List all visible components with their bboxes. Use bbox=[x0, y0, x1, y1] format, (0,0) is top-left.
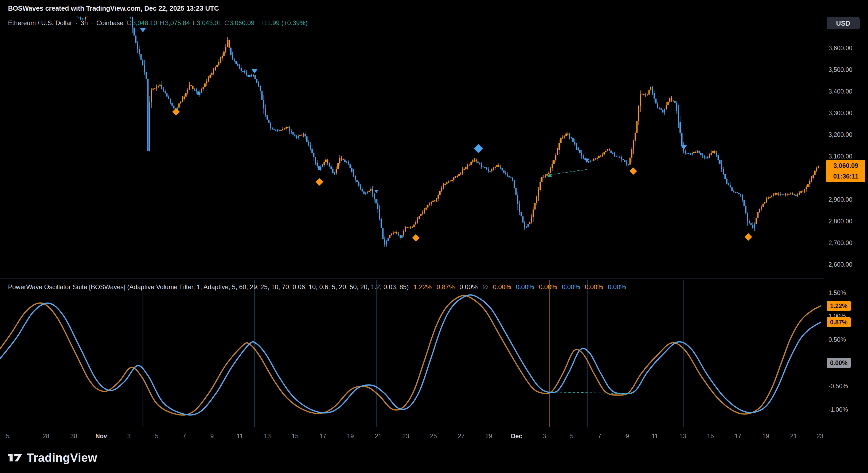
time-label: 5 bbox=[155, 433, 159, 440]
current-price-label: 3,060.09 01:36:11 bbox=[826, 160, 865, 182]
indicator-value: 0.00% bbox=[539, 283, 557, 291]
price-tick: 2,800.00 bbox=[829, 217, 852, 225]
time-label-month: Nov bbox=[95, 433, 107, 440]
time-label: 5 bbox=[570, 433, 574, 440]
time-label: 3 bbox=[127, 433, 131, 440]
price-tick: 3,400.00 bbox=[829, 88, 852, 95]
oscillator-value-badge: 0.00% bbox=[827, 358, 850, 368]
indicator-value: 0.87% bbox=[436, 283, 455, 291]
time-label: 7 bbox=[183, 433, 186, 440]
currency-toggle-button[interactable]: USD bbox=[827, 17, 860, 29]
tradingview-logo-text[interactable]: TradingView bbox=[27, 451, 97, 465]
price-tick: 3,600.00 bbox=[829, 45, 852, 52]
time-label: 28 bbox=[42, 433, 50, 440]
price-tick: 3,300.00 bbox=[829, 109, 852, 117]
oscillator-tick: -1.00% bbox=[829, 406, 848, 413]
time-label: 5 bbox=[6, 433, 10, 440]
attribution-text: BOSWaves created with TradingView.com, D… bbox=[8, 4, 219, 12]
price-chart[interactable] bbox=[0, 17, 824, 278]
indicator-value: ∅ bbox=[483, 283, 488, 291]
time-label: 21 bbox=[375, 433, 382, 440]
pane-separator bbox=[0, 278, 824, 279]
time-label: 27 bbox=[458, 433, 465, 440]
time-label: 19 bbox=[762, 433, 769, 440]
time-label: 17 bbox=[319, 433, 327, 440]
time-label: 7 bbox=[598, 433, 601, 440]
time-label: 9 bbox=[626, 433, 629, 440]
time-label: 9 bbox=[211, 433, 214, 440]
time-label: 3 bbox=[543, 433, 546, 440]
indicator-value: 0.00% bbox=[493, 283, 511, 291]
time-label: 30 bbox=[70, 433, 77, 440]
oscillator-value-badge: 0.87% bbox=[827, 317, 850, 327]
indicator-value: 0.00% bbox=[562, 283, 580, 291]
indicator-value: 1.22% bbox=[413, 283, 432, 291]
indicator-value: 0.00% bbox=[516, 283, 534, 291]
time-label: 11 bbox=[652, 433, 658, 440]
time-label: 17 bbox=[735, 433, 741, 440]
indicator-legend[interactable]: PowerWave Oscillator Suite [BOSWaves] (A… bbox=[8, 283, 626, 291]
price-axis[interactable]: 3,600.003,500.003,400.003,300.003,200.00… bbox=[824, 17, 868, 278]
oscillator-value-badge: 1.22% bbox=[827, 301, 850, 311]
indicator-value: 0.00% bbox=[460, 283, 478, 291]
indicator-values: 1.22%0.87%0.00%∅0.00%0.00%0.00%0.00%0.00… bbox=[413, 283, 626, 291]
oscillator-tick: -0.50% bbox=[829, 382, 848, 390]
bar-countdown: 01:36:11 bbox=[826, 171, 865, 182]
oscillator-tick: 1.50% bbox=[829, 289, 846, 297]
time-label: 23 bbox=[402, 433, 409, 440]
oscillator-tick: 0.50% bbox=[829, 336, 846, 344]
time-label: 23 bbox=[816, 433, 824, 440]
price-tick: 2,700.00 bbox=[829, 239, 852, 247]
time-label: 13 bbox=[679, 433, 686, 440]
price-tick: 3,100.00 bbox=[829, 153, 852, 160]
oscillator-chart[interactable] bbox=[0, 279, 824, 430]
time-label-month: Dec bbox=[511, 433, 522, 440]
price-tick: 2,900.00 bbox=[829, 196, 852, 203]
time-label: 25 bbox=[430, 433, 437, 440]
price-tick: 3,200.00 bbox=[829, 131, 852, 139]
attribution-bar: BOSWaves created with TradingView.com, D… bbox=[0, 0, 868, 17]
oscillator-axis[interactable]: 1.50%1.00%0.50%0.00%-0.50%-1.00%1.22%0.8… bbox=[824, 279, 868, 430]
indicator-title: PowerWave Oscillator Suite [BOSWaves] (A… bbox=[8, 283, 409, 291]
tradingview-logo-icon[interactable] bbox=[7, 452, 23, 464]
price-tick: 3,500.00 bbox=[829, 66, 852, 73]
time-label: 11 bbox=[237, 433, 243, 440]
time-label: 29 bbox=[485, 433, 492, 440]
time-label: 15 bbox=[707, 433, 714, 440]
time-label: 13 bbox=[264, 433, 271, 440]
indicator-value: 0.00% bbox=[608, 283, 626, 291]
price-tick: 2,600.00 bbox=[829, 261, 852, 268]
time-axis[interactable]: 52830Nov357911131517192123252729Dec35791… bbox=[0, 430, 868, 443]
indicator-value: 0.00% bbox=[585, 283, 603, 291]
time-label: 21 bbox=[790, 433, 797, 440]
time-label: 19 bbox=[347, 433, 354, 440]
current-price-value: 3,060.09 bbox=[826, 160, 865, 171]
time-label: 15 bbox=[292, 433, 299, 440]
bottom-bar: TradingView bbox=[0, 443, 868, 473]
